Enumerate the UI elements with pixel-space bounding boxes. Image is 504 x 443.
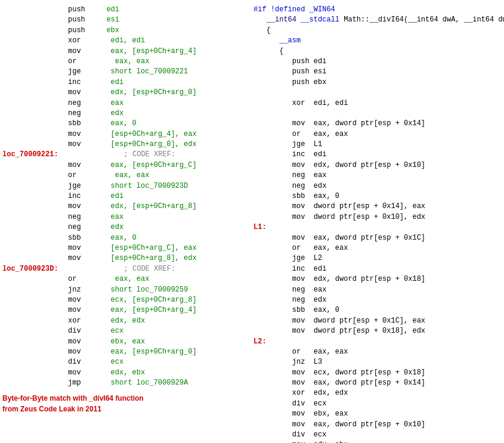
left-panel: push edi push esi push ebx xor edi, edi … [2, 5, 251, 443]
rp-mov-edx-ebx: mov edx, ebx [253, 440, 502, 443]
line-mov-eax-arg4-2: mov eax, [esp+0Ch+arg_4] [2, 305, 246, 315]
rp-mov-edx-esp10: mov edx, dword ptr[esp + 0x10] [253, 160, 502, 171]
operand: short loc_7000929A [98, 378, 188, 388]
operand: eax, eax [98, 274, 149, 284]
rp-signature-line: __int64 __stdcall Math::__divI64(__int64… [253, 15, 502, 25]
rp-jge-L2: jge L2 [253, 253, 502, 264]
rp-or-eax-eax-2: or eax, eax [253, 243, 502, 253]
line-or-eax-eax-3: or eax, eax [2, 274, 246, 284]
right-panel: #if !defined _WIN64 __int64 __stdcall Ma… [251, 5, 502, 443]
rp-label-L2: L2: [253, 337, 502, 347]
note-line2: from Zeus Code Leak in 2011 [2, 404, 246, 414]
op: neg [68, 212, 98, 222]
rp-div-ecx-2: div ecx [253, 430, 502, 440]
operand: ecx [98, 357, 123, 367]
empty-label [2, 222, 68, 233]
op: mov [68, 295, 98, 305]
asm-line: or eax, eax [253, 347, 348, 357]
line-jnz-1: jnz short loc_70009259 [2, 285, 246, 295]
asm-line: mov edx, dword ptr[esp + 0x10] [253, 160, 425, 171]
rp-preprocessor-line: #if !defined _WIN64 [253, 5, 502, 15]
asm-line: mov eax, dword ptr[esp + 0x10] [253, 420, 425, 430]
rp-push-edi: push edi [253, 57, 502, 67]
operand: eax, eax [98, 171, 149, 181]
asm-line: xor edi, edi [253, 98, 348, 109]
op: jge [68, 67, 98, 77]
empty-label [2, 119, 68, 129]
empty-label [2, 212, 68, 222]
rp-mov-eax-esp10: mov eax, dword ptr[esp + 0x10] [253, 420, 502, 430]
asm-line: mov dword ptr[esp + 0x18], edx [253, 326, 425, 336]
rp-push-ebx: push ebx [253, 78, 502, 88]
line-sbb-eax-0-1: sbb eax, 0 [2, 119, 246, 129]
operand: eax, 0 [98, 119, 137, 129]
operand: eax, [esp+0Ch+arg_4] [98, 305, 197, 315]
op: sbb [68, 119, 98, 129]
line-mov-edx-arg0: mov edx, [esp+0Ch+arg_0] [2, 88, 246, 98]
line-mov-ecx-arg8: mov ecx, [esp+0Ch+arg_8] [2, 295, 246, 305]
operand: edi, edi [98, 36, 145, 46]
empty-label [2, 5, 68, 15]
operand: eax [98, 212, 123, 222]
line-inc-edi-2: inc edi [2, 191, 246, 202]
empty-label [2, 36, 68, 46]
rp-xor-edi: xor edi, edi [253, 98, 502, 109]
line-neg-eax-1: neg eax [2, 98, 246, 109]
asm-line: push edi [253, 57, 326, 67]
rp-or-eax-eax-1: or eax, eax [253, 129, 502, 140]
rp-mov-esp18-edx: mov dword ptr[esp + 0x18], edx [253, 326, 502, 336]
asm-line: inc edi [253, 150, 326, 160]
empty-label [2, 316, 68, 326]
asm-line: mov eax, dword ptr[esp + 0x1C] [253, 233, 425, 243]
asm-line: div ecx [253, 399, 326, 409]
rp-neg-eax-1: neg eax [253, 171, 502, 181]
rp-mov-eax-esp14: mov eax, dword ptr[esp + 0x14] [253, 119, 502, 129]
calling-conv: __stdcall [301, 15, 344, 25]
asm-line: mov edx, ebx [253, 440, 348, 443]
rp-mov-esp14-eax: mov dword ptr[esp + 0x14], eax [253, 202, 502, 212]
asm-line: jnz L3 [253, 357, 322, 367]
empty-label [2, 160, 68, 171]
operand: [esp+0Ch+arg_0], edx [98, 140, 197, 150]
operand: ebx, eax [98, 337, 145, 347]
line-jge-1: jge short loc_70009221 [2, 67, 246, 77]
asm-line: sbb eax, 0 [253, 191, 339, 202]
label-L2: L2: [253, 337, 267, 347]
return-type: __int64 [253, 15, 301, 25]
op: mov [68, 368, 98, 378]
operand: eax, [esp+0Ch+arg_0] [98, 347, 197, 357]
empty-label [2, 243, 68, 253]
op: or [68, 274, 98, 284]
rp-inc-edi-2: inc edi [253, 264, 502, 274]
rp-neg-edx-1: neg edx [253, 181, 502, 191]
empty-label [2, 47, 68, 57]
line-mov-eax-arg4: mov eax, [esp+0Ch+arg_4] [2, 47, 246, 57]
func-name: Math::__divI64(__int64 dwA, __int64 dwB) [344, 15, 504, 25]
loc-label-1: loc_70009221: [2, 150, 68, 160]
op: xor [68, 316, 98, 326]
rp-jnz-L3: jnz L3 [253, 357, 502, 367]
operand: ecx, [esp+0Ch+arg_8] [98, 295, 197, 305]
operand: edx, [esp+0Ch+arg_8] [98, 202, 197, 212]
op: mov [68, 88, 98, 98]
line-jge-2: jge short loc_7000923D [2, 181, 246, 191]
op: neg [68, 109, 98, 119]
op: neg [68, 222, 98, 233]
asm-line: mov eax, dword ptr[esp + 0x14] [253, 119, 425, 129]
note-text: Byte-for-Byte match with _divI64 functio… [2, 393, 246, 414]
rp-xor-edx-edx: xor edx, edx [253, 388, 502, 398]
operand: edx, [esp+0Ch+arg_0] [98, 88, 197, 98]
rp-brace-open: { [253, 26, 502, 36]
empty-label [2, 191, 68, 202]
asm-line: neg eax [253, 285, 326, 295]
rp-label-L1: L1: [253, 222, 502, 233]
op: mov [68, 129, 98, 140]
op: push [68, 5, 98, 15]
empty-label [2, 305, 68, 315]
op: div [68, 326, 98, 336]
op: inc [68, 78, 98, 88]
operand: ecx [98, 326, 123, 336]
op: mov [68, 140, 98, 150]
asm-line: sbb eax, 0 [253, 305, 339, 315]
preprocessor: #if !defined _WIN64 [253, 5, 335, 15]
